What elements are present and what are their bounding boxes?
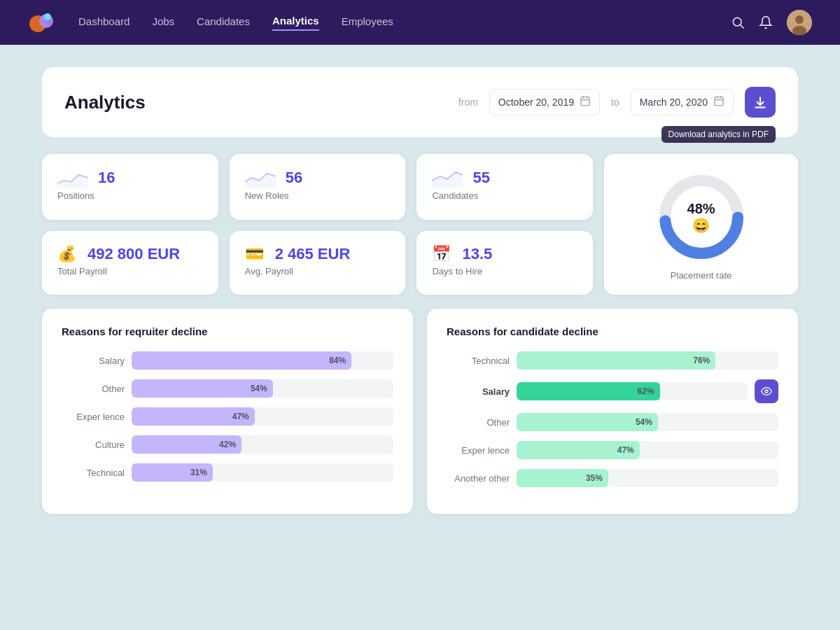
svg-rect-8: [581, 97, 589, 106]
bar-row-technical-r: Technical 31%: [62, 463, 393, 482]
recruiter-decline-title: Reasons for reqruiter decline: [62, 326, 393, 337]
bar-track: 47%: [517, 441, 778, 459]
card-icon: 💳: [245, 245, 264, 263]
bar-row-other-c: Other 54%: [447, 413, 778, 431]
bar-track: 54%: [517, 413, 778, 431]
total-payroll-label: Total Payroll: [57, 266, 203, 276]
nav-analytics[interactable]: Analytics: [272, 15, 319, 31]
notifications-button[interactable]: [759, 15, 773, 29]
stat-new-roles: 56 New Roles: [230, 154, 406, 220]
donut-container: 48% 😄 Placement rate: [652, 168, 750, 281]
bar-row-experience-r: Exper lence 47%: [62, 407, 393, 426]
bar-row-experience-c: Exper lence 47%: [447, 441, 778, 459]
date-from-value: October 20, 2019: [498, 97, 574, 108]
download-tooltip: Download analytics in PDF: [662, 126, 776, 143]
calendar-to-icon: [713, 95, 724, 109]
bar-fill: 42%: [132, 435, 241, 454]
new-roles-label: New Roles: [245, 190, 391, 201]
new-roles-value: 56: [286, 169, 302, 187]
bar-label: Another other: [447, 473, 510, 484]
stats-grid: 16 Positions 56 New Roles 55: [42, 154, 798, 295]
nav-dashboard[interactable]: Dashboard: [78, 15, 130, 30]
user-avatar[interactable]: [787, 10, 812, 35]
bar-label: Technical: [447, 356, 510, 366]
stat-days-to-hire: 📅 13.5 Days to Hire: [416, 231, 593, 295]
bar-fill: 35%: [517, 469, 608, 487]
bar-fill: 47%: [517, 441, 640, 459]
date-from-input[interactable]: October 20, 2019: [489, 89, 600, 115]
bar-pct: 54%: [636, 417, 652, 427]
bar-row-technical-c: Technical 76%: [447, 351, 778, 370]
calendar-icon: 📅: [432, 245, 451, 263]
bar-row-culture-r: Culture 42%: [62, 435, 393, 454]
bar-pct: 31%: [190, 468, 207, 477]
from-label: from: [458, 97, 478, 108]
bar-track: 31%: [132, 463, 393, 482]
svg-point-6: [795, 15, 804, 24]
analytics-header-card: Analytics from October 20, 2019 to March…: [42, 67, 798, 137]
bar-pct: 47%: [232, 412, 249, 421]
bar-label: Other: [447, 417, 510, 428]
bar-label: Other: [62, 384, 125, 394]
bar-fill: 31%: [132, 463, 213, 482]
recruiter-decline-card: Reasons for reqruiter decline Salary 84%…: [42, 309, 413, 514]
nav-employees[interactable]: Employees: [342, 15, 393, 30]
analytics-header: Analytics from October 20, 2019 to March…: [64, 87, 776, 118]
bar-pct: 47%: [617, 445, 634, 455]
bar-fill: 76%: [517, 351, 715, 370]
stat-candidates: 55 Candidates: [416, 154, 593, 220]
bar-pct: 42%: [219, 440, 236, 449]
avg-payroll-value: 2 465 EUR: [275, 245, 351, 263]
nav-actions: [731, 10, 812, 35]
svg-marker-18: [245, 174, 276, 188]
svg-point-2: [44, 13, 51, 20]
bar-pct: 76%: [693, 356, 710, 365]
app-logo[interactable]: [28, 8, 56, 36]
bar-label: Salary: [447, 386, 510, 397]
bar-track: 42%: [132, 435, 393, 454]
svg-marker-19: [432, 172, 463, 188]
bar-label: Technical: [62, 468, 125, 478]
donut-percentage: 48% 😄: [677, 201, 726, 234]
bar-label: Culture: [62, 440, 125, 450]
bar-pct: 62%: [638, 386, 654, 396]
download-button[interactable]: [745, 87, 776, 118]
download-wrapper: Download analytics in PDF: [745, 87, 776, 118]
eye-button[interactable]: [755, 379, 778, 403]
main-content: Analytics from October 20, 2019 to March…: [0, 45, 840, 630]
bar-track: 54%: [132, 379, 393, 398]
bar-track: 47%: [132, 407, 393, 426]
svg-line-4: [741, 25, 744, 29]
donut-chart: 48% 😄: [652, 168, 750, 266]
total-payroll-value: 492 800 EUR: [88, 245, 180, 263]
candidates-label: Candidates: [432, 190, 578, 201]
date-to-input[interactable]: March 20, 2020: [631, 89, 734, 115]
stat-donut: 48% 😄 Placement rate: [604, 154, 798, 295]
positions-label: Positions: [57, 190, 203, 201]
bar-track: 62%: [517, 382, 748, 400]
stat-total-payroll: 💰 492 800 EUR Total Payroll: [42, 231, 218, 295]
bar-pct: 35%: [586, 473, 603, 483]
candidate-decline-title: Reasons for candidate decline: [447, 326, 778, 337]
days-to-hire-label: Days to Hire: [432, 266, 578, 276]
calendar-from-icon: [580, 95, 591, 109]
stat-avg-payroll: 💳 2 465 EUR Avg. Payroll: [230, 231, 406, 295]
svg-point-3: [733, 18, 741, 26]
bar-row-other-r: Other 54%: [62, 379, 393, 398]
svg-rect-12: [715, 97, 723, 106]
nav-candidates[interactable]: Candidates: [197, 15, 250, 30]
bar-track: 35%: [517, 469, 778, 487]
bar-row-another-c: Another other 35%: [447, 469, 778, 487]
navbar: Dashboard Jobs Candidates Analytics Empl…: [0, 0, 840, 45]
bar-label: Salary: [62, 356, 125, 366]
nav-jobs[interactable]: Jobs: [152, 15, 174, 30]
svg-point-22: [765, 390, 768, 393]
positions-value: 16: [98, 169, 115, 187]
placement-rate-label: Placement rate: [671, 270, 732, 281]
search-button[interactable]: [731, 15, 745, 29]
bar-track: 84%: [132, 351, 393, 370]
page-title: Analytics: [64, 92, 447, 113]
bar-pct: 84%: [329, 356, 346, 365]
bar-fill: 62%: [517, 382, 660, 400]
bar-pct: 54%: [251, 384, 267, 393]
